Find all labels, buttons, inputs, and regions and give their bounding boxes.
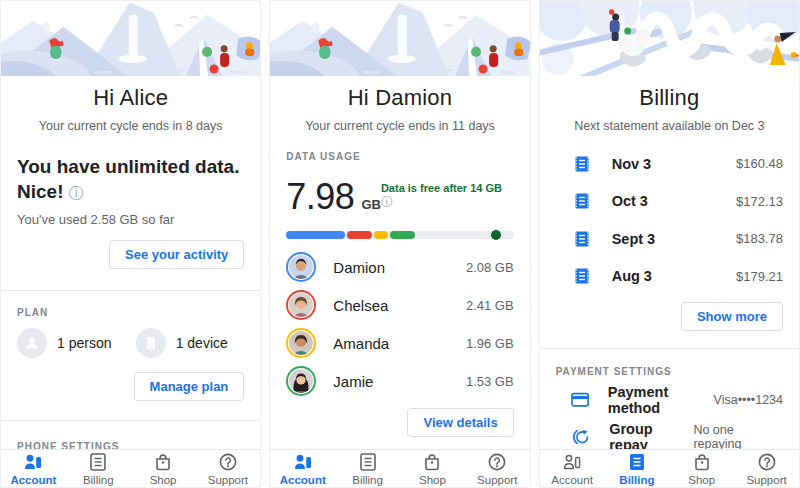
usage-note: You've used 2.58 GB so far	[17, 212, 244, 227]
nav-support[interactable]: Support	[195, 450, 260, 487]
nav-shop[interactable]: Shop	[131, 450, 196, 487]
person-count: 1 person	[57, 335, 111, 351]
member-row[interactable]: Jamie 1.53 GB	[286, 362, 513, 400]
usage-progress-bar	[286, 231, 513, 239]
view-details-button[interactable]: View details	[407, 408, 513, 437]
avatar	[286, 366, 316, 396]
statements-list: Nov 3 $160.48 Oct 3 $172.13 Sept 3 $183.…	[540, 145, 799, 295]
next-statement-subtitle: Next statement available on Dec 3	[540, 119, 799, 133]
shop-bag-icon	[422, 452, 442, 472]
statement-row[interactable]: Sept 3 $183.78	[573, 220, 783, 258]
nav-account[interactable]: Account	[540, 450, 605, 487]
statement-receipt-icon	[573, 267, 591, 285]
billing-receipt-icon	[358, 452, 378, 472]
statement-row[interactable]: Aug 3 $179.21	[573, 258, 783, 296]
info-icon[interactable]: ⓘ	[381, 195, 393, 209]
member-usage-list: Damion 2.08 GB Chelsea 2.41 GB Amanda 1.…	[270, 248, 529, 400]
plan-person-item: 1 person	[17, 328, 126, 358]
billing-receipt-icon	[88, 452, 108, 472]
plan-section-label: PLAN	[17, 307, 244, 318]
nav-billing[interactable]: Billing	[604, 450, 669, 487]
avatar	[286, 290, 316, 320]
support-question-icon	[218, 452, 238, 472]
page-title: Hi Damion	[270, 85, 529, 111]
plan-device-item: 1 device	[136, 328, 245, 358]
cycle-subtitle: Your current cycle ends in 11 days	[270, 119, 529, 133]
person-icon	[17, 328, 47, 358]
plan-summary-row: 1 person 1 device	[17, 328, 244, 358]
receipt-illustration	[540, 1, 799, 76]
nav-support[interactable]: Support	[465, 450, 530, 487]
nav-support[interactable]: Support	[734, 450, 799, 487]
statement-row[interactable]: Nov 3 $160.48	[573, 145, 783, 183]
data-usage-header: 7.98 GB Data is free after 14 GB ⓘ	[286, 176, 513, 218]
statement-row[interactable]: Oct 3 $172.13	[573, 183, 783, 221]
account-people-icon	[23, 452, 43, 472]
credit-card-icon	[571, 390, 589, 410]
device-count: 1 device	[176, 335, 228, 351]
bottom-nav: Account Billing Shop Support	[540, 449, 799, 487]
billing-receipt-icon	[627, 452, 647, 472]
statement-receipt-icon	[573, 192, 591, 210]
data-usage-label: DATA USAGE	[286, 151, 513, 162]
statement-receipt-icon	[573, 230, 591, 248]
shop-bag-icon	[153, 452, 173, 472]
bottom-nav: Account Billing Shop Support	[270, 449, 529, 487]
bar-segment-amanda	[374, 231, 388, 239]
see-your-activity-button[interactable]: See your activity	[109, 240, 244, 269]
page-title: Billing	[540, 85, 799, 111]
bar-segment-jamie	[390, 231, 415, 239]
payment-method-row[interactable]: Payment method Visa••••1234	[571, 381, 783, 418]
manage-plan-button[interactable]: Manage plan	[134, 372, 245, 401]
nav-account[interactable]: Account	[1, 450, 66, 487]
support-question-icon	[487, 452, 507, 472]
nav-billing[interactable]: Billing	[335, 450, 400, 487]
google-fi-app-screens: Hi Alice Your current cycle ends in 8 da…	[0, 0, 800, 488]
account-people-icon	[562, 452, 582, 472]
divider	[1, 290, 260, 291]
free-data-threshold-marker	[491, 230, 501, 240]
show-more-button[interactable]: Show more	[681, 302, 783, 331]
screen-account-alice: Hi Alice Your current cycle ends in 8 da…	[0, 0, 261, 488]
bar-segment-damion	[286, 231, 345, 239]
cycle-subtitle: Your current cycle ends in 8 days	[1, 119, 260, 133]
shop-bag-icon	[692, 452, 712, 472]
bottom-nav: Account Billing Shop Support	[1, 449, 260, 487]
bar-segment-chelsea	[347, 231, 372, 239]
support-question-icon	[757, 452, 777, 472]
payment-settings-label: PAYMENT SETTINGS	[556, 366, 783, 377]
divider	[540, 348, 799, 349]
unlimited-data-headline: You have unlimited data. Nice! ⓘ	[17, 154, 244, 205]
page-title: Hi Alice	[1, 85, 260, 111]
member-row[interactable]: Damion 2.08 GB	[286, 248, 513, 286]
avatar	[286, 328, 316, 358]
divider	[1, 420, 260, 421]
screen-billing: Billing Next statement available on Dec …	[539, 0, 800, 488]
member-row[interactable]: Chelsea 2.41 GB	[286, 286, 513, 324]
data-amount: 7.98 GB	[286, 176, 381, 218]
device-icon	[136, 328, 166, 358]
camping-illustration	[270, 1, 529, 76]
group-repay-icon	[571, 427, 591, 447]
avatar	[286, 252, 316, 282]
nav-billing[interactable]: Billing	[66, 450, 131, 487]
member-row[interactable]: Amanda 1.96 GB	[286, 324, 513, 362]
screen-account-damion: Hi Damion Your current cycle ends in 11 …	[269, 0, 530, 488]
nav-account[interactable]: Account	[270, 450, 335, 487]
statement-receipt-icon	[573, 155, 591, 173]
camping-illustration	[1, 1, 260, 76]
free-data-note: Data is free after 14 GB ⓘ	[381, 182, 514, 218]
info-icon[interactable]: ⓘ	[69, 184, 84, 201]
account-people-icon	[293, 452, 313, 472]
nav-shop[interactable]: Shop	[669, 450, 734, 487]
nav-shop[interactable]: Shop	[400, 450, 465, 487]
